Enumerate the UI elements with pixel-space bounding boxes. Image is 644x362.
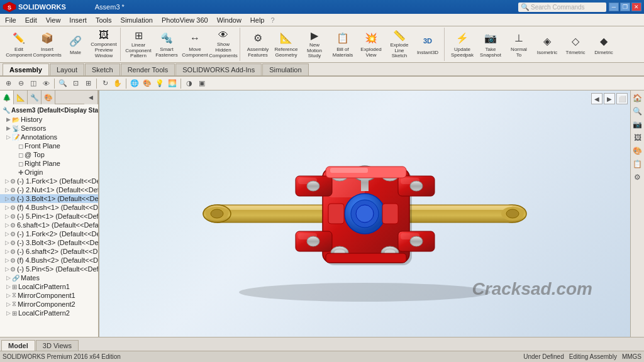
tree-item-bolt1[interactable]: ▷ ⚙ (-) 3.Bolt<1> (Default<<Defau [0,194,98,203]
statusbar-left: SOLIDWORKS Premium 2016 x64 Edition [3,353,121,360]
new-motion-study-button[interactable]: ▶ NewMotionStudy [301,29,328,60]
tree-item-nut1[interactable]: ▷ ⚙ (-) 2.Nut<1> (Default<<Defau [0,185,98,194]
exploded-view-button[interactable]: 💥 ExplodedView [357,29,385,60]
insert-components-button[interactable]: 📦 InsertComponents [33,29,61,60]
panel-collapse-btn[interactable]: ◀ [84,90,98,104]
tree-item-cirpattern1[interactable]: ▷ ⊞ LocalCirPattern1 [0,282,98,291]
component-preview-button[interactable]: 🖼 ComponentPreviewWindow [90,29,118,60]
tree-item-right-plane[interactable]: ◻ Right Plane [0,159,98,168]
menu-tools[interactable]: Tools [92,15,116,25]
view-zoom-area[interactable]: ⊞ [82,78,94,89]
tree-item-history[interactable]: ▶ 📂 History [0,115,98,124]
reference-geometry-button[interactable]: 📐 ReferenceGeometry [272,29,300,60]
tab-simulation[interactable]: Simulation [262,63,308,75]
panel-tab-tree[interactable]: 🌲 [0,90,14,104]
menu-help[interactable]: Help [247,15,269,25]
right-btn-settings[interactable]: ⚙ [631,171,644,184]
instant3d-button[interactable]: 3D Instant3D [414,29,441,60]
tree-item-front-plane[interactable]: ◻ Front Plane [0,141,98,150]
trimetric-button[interactable]: ◇ Trimetric [562,29,589,60]
menu-photoview[interactable]: PhotoView 360 [158,15,212,25]
tree-item-bush1[interactable]: ▷ ⚙ (f) 4.Bush<1> (Default<<Defa [0,203,98,212]
tab-sketch[interactable]: Sketch [85,63,120,75]
panel-tab-display[interactable]: 🎨 [42,90,55,104]
view-display-btn[interactable]: ◫ [28,78,39,89]
panel-tab-properties[interactable]: 📐 [14,90,28,104]
bill-of-materials-button[interactable]: 📋 Bill ofMaterials [329,29,357,60]
view-zoom-btn[interactable]: 🔍 [57,78,69,89]
tree-item-bolt3[interactable]: ▷ ⚙ (-) 3.Bolt<3> (Default<<Defau [0,238,98,247]
right-btn-list[interactable]: 📋 [631,158,644,170]
right-btn-appearance[interactable]: 🎨 [631,145,644,157]
view-section-btn[interactable]: ⊖ [15,78,26,89]
update-speedpak-button[interactable]: ⚡ UpdateSpeedpak [448,29,476,60]
menu-view[interactable]: View [42,15,65,25]
menu-file[interactable]: File [1,15,20,25]
right-btn-home[interactable]: 🏠 [631,92,644,104]
tree-item-fork2[interactable]: ▷ ⚙ (-) 1.Fork<2> (Default<<Defau [0,229,98,238]
right-btn-snapshot[interactable]: 📷 [631,118,644,131]
panel-tab-config[interactable]: 🔧 [28,90,42,104]
view-hide-show-btn[interactable]: 👁 [40,78,52,89]
tree-item-fork1[interactable]: ▷ ⚙ (-) 1.Fork<1> (Default<<Defau [0,177,98,185]
right-btn-display[interactable]: 🖼 [631,131,644,144]
isometric-button[interactable]: ◈ Isometric [533,29,561,60]
view-scene[interactable]: 🌅 [167,78,178,89]
tree-item-annotations[interactable]: ▷ 📝 Annotations [0,133,98,141]
menu-window[interactable]: Window [213,15,245,25]
edit-component-button[interactable]: ✏️ EditComponent [5,29,33,60]
tab-assembly[interactable]: Assembly [3,63,49,75]
view-orient-btn[interactable]: ⊕ [3,78,14,89]
view-toolbar: ⊕ ⊖ ◫ 👁 🔍 ⊡ ⊞ ↻ ✋ 🌐 🎨 💡 🌅 ◑ ▣ [0,77,644,90]
take-snapshot-button[interactable]: 📷 TakeSnapshot [477,29,504,60]
bottom-tab-model[interactable]: Model [1,340,35,351]
tree-item-pin5[interactable]: ▷ ⚙ (-) 5.Pin<5> (Default<<Defaul [0,265,98,273]
move-component-button[interactable]: ↔ MoveComponent [181,29,209,60]
view-ctrl-prev[interactable]: ◀ [591,93,602,104]
view-ctrl-maximize[interactable]: ⬜ [616,93,628,104]
tree-root[interactable]: 🔧 Assem3 (Default<Display State-1 [0,106,98,115]
tree-item-cirpattern2[interactable]: ▷ ⊞ LocalCirPattern2 [0,309,98,317]
view-ctrl-next[interactable]: ▶ [604,93,615,104]
view-zoom-to-fit[interactable]: ⊡ [70,78,81,89]
tree-item-mirror2[interactable]: ▷ ⧖ MirrorComponent2 [0,300,98,309]
tree-item-pin1[interactable]: ▷ ⚙ (-) 5.Pin<1> (Default<<Defaul [0,212,98,221]
smart-fasteners-button[interactable]: 🔩 SmartFasteners [153,29,180,60]
show-hidden-button[interactable]: 👁 ShowHiddenComponents [209,29,237,60]
explode-line-button[interactable]: 📏 ExplodeLineSketch [386,29,413,60]
minimize-button[interactable]: ─ [609,3,619,11]
menu-insert[interactable]: Insert [65,15,91,25]
bottom-tab-3dviews[interactable]: 3D Views [36,340,79,351]
tree-item-shaft2[interactable]: ▷ ⚙ (-) 6.shaft<2> (Default<<Defa [0,247,98,256]
tab-render-tools[interactable]: Render Tools [121,63,175,75]
view-pan-btn[interactable]: ✋ [112,78,123,89]
view-appearance[interactable]: 🎨 [142,78,153,89]
tree-item-mates[interactable]: ▷ 🔗 Mates [0,273,98,282]
dimetric-button[interactable]: ◆ Dimetric [590,29,618,60]
tree-item-top-plane[interactable]: ◻ @ Top [0,150,98,159]
assembly-features-button[interactable]: ⚙ AssemblyFeatures [244,29,272,60]
tab-layout[interactable]: Layout [50,63,84,75]
3d-viewport[interactable]: Cracksad.com ◀ ▶ ⬜ [99,90,630,337]
tree-item-bush2[interactable]: ▷ ⚙ (f) 4.Bush<2> (Default<<Defa [0,256,98,265]
view-shadows[interactable]: ▣ [196,78,208,89]
view-rotate-btn[interactable]: ↻ [99,78,111,89]
view-3d-compass[interactable]: 🌐 [129,78,140,89]
view-realview[interactable]: ◑ [184,78,195,89]
tree-item-origin[interactable]: ✚ Origin [0,168,98,177]
restore-button[interactable]: ❐ [620,3,630,11]
mate-button[interactable]: 🔗 Mate [62,29,89,60]
menu-edit[interactable]: Edit [21,15,41,25]
linear-pattern-button[interactable]: ⊞ LinearComponentPattern [125,29,152,60]
search-label[interactable]: Search Commands [531,4,585,11]
tree-item-sensors[interactable]: ▶ 📡 Sensors [0,124,98,133]
tree-item-mirror1[interactable]: ▷ ⧖ MirrorComponent1 [0,291,98,300]
normal-to-button[interactable]: ⊥ NormalTo [505,29,533,60]
bolt1-icon: ⚙ [10,195,16,202]
tab-addins[interactable]: SOLIDWORKS Add-Ins [175,63,262,75]
tree-item-shaft1[interactable]: ▷ ⚙ 6.shaft<1> (Default<<Defaul [0,221,98,229]
right-btn-zoom[interactable]: 🔍 [631,105,644,118]
view-lighting[interactable]: 💡 [154,78,165,89]
menu-simulation[interactable]: Simulation [117,15,157,25]
close-button[interactable]: ✕ [631,3,641,11]
